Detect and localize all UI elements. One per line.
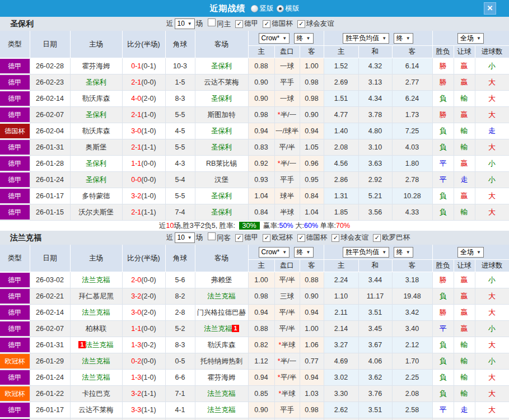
result-goals-cell: 大 xyxy=(475,107,509,123)
avg-type-select[interactable]: 胜平负均值▼ xyxy=(343,247,389,258)
filter-controls: 近10▼场同主✓德甲✓德国杯✓球会友谊 xyxy=(165,17,335,31)
col-header-home: 主场 xyxy=(70,245,122,272)
summary-row: 近10场,胜3平2负5, 胜率: 30% 赢率:50% 大:60% 单率:70% xyxy=(0,221,509,231)
handicap-cell: 平/半 xyxy=(274,139,300,156)
away-team-cell: 法兰克福 xyxy=(195,386,248,402)
result-group-header: 全场▼ xyxy=(432,245,509,260)
full-time-score: 3-2 xyxy=(131,390,141,398)
date-cell: 26-02-14 xyxy=(30,91,70,107)
avg-loss-cell: 4.33 xyxy=(392,204,432,221)
avg-win-cell: 4.56 xyxy=(324,156,358,172)
result-char: 負 xyxy=(440,143,447,151)
result-goals-cell: 大 xyxy=(475,288,509,305)
odds-company-select[interactable]: Crow*▼ xyxy=(259,247,290,258)
result-char: 贏 xyxy=(461,192,468,200)
layout-radio-竖版[interactable]: 竖版 xyxy=(251,4,274,13)
filter-league-checkbox-德甲[interactable]: ✓德甲 xyxy=(231,19,259,29)
result-char: 勝 xyxy=(440,308,447,316)
avg-win-cell: 1.52 xyxy=(324,58,358,74)
score-cell: 4-0(2-0) xyxy=(122,91,165,107)
score-cell: 0-2(0-0) xyxy=(122,353,165,370)
result-goals-cell: 大 xyxy=(475,204,509,221)
filter-league-checkbox-德甲[interactable]: ✓德甲 xyxy=(231,233,259,242)
home-team-cell: 斯图加特 xyxy=(70,418,122,420)
result-wdl-cell: 負 xyxy=(432,188,454,204)
radio-icon xyxy=(251,5,258,12)
dropdown-arrow-icon: ▼ xyxy=(282,248,287,257)
filter-league-checkbox-球会友谊[interactable]: ✓球会友谊 xyxy=(328,233,369,242)
result-char: 贏 xyxy=(461,276,468,284)
result-wdl-cell: 勝 xyxy=(432,305,454,321)
col-header-handicap: 盘口 xyxy=(274,260,300,272)
odds-company-select[interactable]: Crow*▼ xyxy=(259,33,290,44)
match-row: 德甲26-02-28霍芬海姆0-1(0-1)10-3圣保利0.88一球1.001… xyxy=(0,58,509,74)
checkbox-icon: ✓ xyxy=(235,234,243,242)
summary-segment: 10 xyxy=(166,222,174,230)
avg-draw-cell: 5.21 xyxy=(358,188,392,204)
half-time-score: (1-1) xyxy=(141,143,156,151)
handicap-text: 半球 xyxy=(280,208,294,216)
match-count-select[interactable]: 10▼ xyxy=(175,232,195,243)
odds-home-cell: 0.98 xyxy=(248,107,274,123)
filter-league-checkbox-德国杯[interactable]: ✓德国杯 xyxy=(259,19,293,29)
layout-radio-横版[interactable]: 横版 xyxy=(277,4,300,13)
league-tag: 德国杯 xyxy=(0,124,30,138)
result-goals-cell: 小 xyxy=(475,353,509,370)
odds-away-cell: 0.95 xyxy=(300,172,324,188)
avg-draw-cell: 2.92 xyxy=(358,172,392,188)
match-row: 德甲26-02-07柏林联1-1(0-0)5-2法兰克福10.88平/半1.00… xyxy=(0,321,509,337)
result-char: 勝 xyxy=(440,78,447,86)
checkmark-icon: ✓ xyxy=(375,235,380,241)
result-goals-cell: 走 xyxy=(475,123,509,139)
date-cell: 26-02-21 xyxy=(30,288,70,305)
filter-league-checkbox-德国杯[interactable]: ✓德国杯 xyxy=(293,233,328,242)
odds-away-cell: 0.90 xyxy=(300,107,324,123)
odds-final-select[interactable]: 终▼ xyxy=(294,33,314,44)
result-handicap-cell: 輸 xyxy=(454,139,475,156)
filter-venue-checkbox-同主[interactable]: 同主 xyxy=(204,18,231,29)
handicap-cell: *半球 xyxy=(274,337,300,353)
result-char: 勝 xyxy=(440,62,447,70)
avg-final-select[interactable]: 终▼ xyxy=(394,33,413,44)
col-header-odds-home: 主 xyxy=(248,260,274,272)
away-team-cell: 霍芬海姆 xyxy=(195,370,248,386)
odds-final-select[interactable]: 终▼ xyxy=(294,247,314,258)
match-row: 德甲26-02-07圣保利2-1(1-0)5-5斯图加特0.98*半/一0.90… xyxy=(0,107,509,123)
league-type-cell: 德甲 xyxy=(0,272,30,288)
half-time-score: (0-0) xyxy=(141,176,156,184)
avg-win-cell: 1.67 xyxy=(324,418,358,420)
corner-cell: 10-3 xyxy=(165,58,195,74)
result-char: 大 xyxy=(488,192,496,200)
handicap-cell: *平/半 xyxy=(274,370,300,386)
table-body: 德甲26-02-28霍芬海姆0-1(0-1)10-3圣保利0.88一球1.001… xyxy=(0,58,509,221)
avg-win-cell: 1.31 xyxy=(324,188,358,204)
handicap-text: 一/球半 xyxy=(275,127,298,135)
league-tag: 德甲 xyxy=(0,189,30,203)
filter-league-checkbox-欧罗巴杯[interactable]: ✓欧罗巴杯 xyxy=(369,233,410,242)
score-cell: 2-1(1-1) xyxy=(122,139,165,156)
col-header-avg-loss: 客 xyxy=(392,46,432,58)
filter-venue-checkbox-同客[interactable]: 同客 xyxy=(204,232,231,243)
scope-select[interactable]: 全场▼ xyxy=(457,33,484,44)
filter-league-checkbox-球会友谊[interactable]: ✓球会友谊 xyxy=(293,19,335,29)
league-type-cell: 德甲 xyxy=(0,107,30,123)
col-header-odds-away: 客 xyxy=(300,260,324,272)
match-count-select[interactable]: 10▼ xyxy=(175,18,195,29)
filter-league-checkbox-欧冠杯[interactable]: ✓欧冠杯 xyxy=(259,233,293,242)
result-wdl-cell: 勝 xyxy=(432,58,454,74)
close-button[interactable]: ✕ xyxy=(484,2,496,15)
league-tag: 德甲 xyxy=(0,370,30,385)
result-char: 贏 xyxy=(461,159,468,167)
avg-type-select[interactable]: 胜平负均值▼ xyxy=(343,33,389,44)
result-char: 負 xyxy=(440,94,447,102)
odds-home-cell: 0.98 xyxy=(248,288,274,305)
checkbox-icon: ✓ xyxy=(263,234,270,242)
league-type-cell: 德甲 xyxy=(0,91,30,107)
avg-final-select[interactable]: 终▼ xyxy=(394,247,413,258)
checkbox-icon: ✓ xyxy=(331,234,339,242)
scope-select[interactable]: 全场▼ xyxy=(457,247,484,258)
away-team-name: 圣保利 xyxy=(211,127,232,135)
result-char: 負 xyxy=(440,127,447,135)
league-type-cell: 德甲 xyxy=(0,321,30,337)
half-time-score: (0-0) xyxy=(141,78,156,86)
